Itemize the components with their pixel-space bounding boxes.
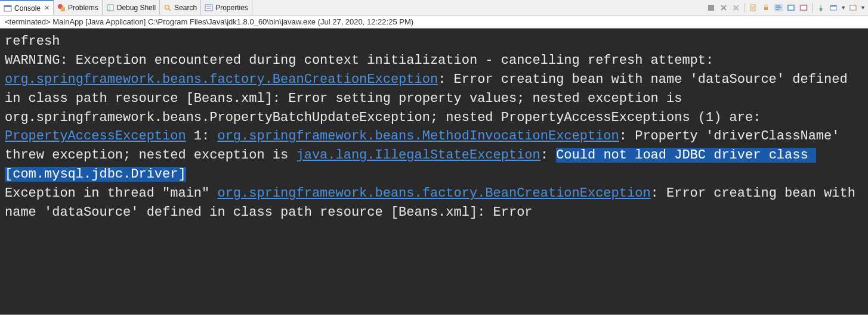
exception-link[interactable]: org.springframework.beans.factory.BeanCr… [5,72,438,87]
separator [812,3,813,13]
svg-rect-13 [764,7,768,10]
exception-link[interactable]: org.springframework.beans.MethodInvocati… [217,129,619,144]
properties-icon [205,4,213,12]
scroll-lock-button[interactable] [761,2,771,13]
svg-text:J: J [108,5,111,11]
problems-icon [57,4,66,12]
console-text: 1: [186,129,218,144]
svg-rect-3 [61,7,65,11]
separator [745,3,745,13]
console-toolbar: ▼ ▼ [703,0,868,15]
console-text: WARNING: Exception encountered during co… [5,53,721,68]
console-text: Exception in thread "main" [5,186,217,201]
tab-console[interactable]: Console ✕ [0,0,54,15]
launch-status-line: <terminated> MainApp [Java Application] … [0,15,868,29]
tab-label: Problems [68,4,98,12]
svg-rect-16 [788,5,794,10]
clear-console-button[interactable] [748,2,759,13]
svg-point-6 [165,5,169,9]
exception-link[interactable]: PropertyAccessException [5,129,186,144]
pin-console-button[interactable] [816,2,826,13]
tab-debug-shell[interactable]: J Debug Shell [103,0,160,15]
remove-all-button[interactable] [731,2,742,13]
svg-rect-20 [830,5,836,7]
console-output[interactable]: refresh WARNING: Exception encountered d… [0,29,868,315]
show-console-on-error-button[interactable] [798,2,809,13]
word-wrap-button[interactable] [773,2,784,13]
tab-properties[interactable]: Properties [201,0,252,15]
svg-line-7 [169,9,171,11]
exception-link[interactable]: org.springframework.beans.factory.BeanCr… [217,186,650,201]
remove-launch-button[interactable] [718,2,729,13]
tab-label: Properties [215,4,248,12]
console-text: : [540,148,556,163]
console-text: refresh [5,34,60,49]
show-console-on-output-button[interactable] [786,2,796,13]
tab-label: Search [174,4,197,12]
open-console-button[interactable] [848,2,858,13]
terminate-button[interactable] [706,2,716,13]
chevron-down-icon[interactable]: ▼ [860,5,866,11]
svg-rect-18 [801,5,807,10]
search-icon [163,4,172,12]
display-selected-console-button[interactable] [828,2,839,13]
tab-problems[interactable]: Problems [54,0,103,15]
tabs-container: Console ✕ Problems J Debug Shell Search [0,0,252,15]
chevron-down-icon[interactable]: ▼ [841,5,846,11]
tab-search[interactable]: Search [160,0,201,15]
close-icon[interactable]: ✕ [44,4,50,12]
exception-link[interactable]: java.lang.IllegalStateException [296,148,540,163]
debug-shell-icon: J [106,4,115,12]
svg-rect-8 [205,5,212,11]
console-icon [4,4,12,13]
tab-label: Console [14,4,41,13]
tab-label: Debug Shell [117,4,156,12]
svg-rect-1 [4,5,11,7]
view-tab-bar: Console ✕ Problems J Debug Shell Search [0,0,868,15]
svg-rect-11 [708,5,714,11]
